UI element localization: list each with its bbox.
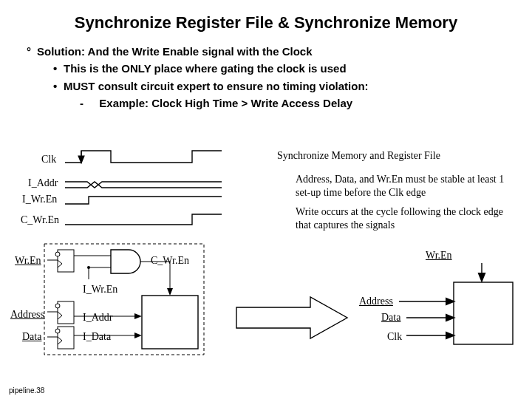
svg-point-0	[55, 252, 60, 256]
diagram-stage: Clk I_Addr I_Wr.En C_Wr.En Synchronize M…	[0, 140, 532, 384]
slide-footer: pipeline.38	[9, 386, 44, 395]
wave-iaddr	[65, 182, 222, 188]
svg-point-5	[87, 266, 90, 269]
wave-clk	[65, 151, 222, 163]
bullet-2b: MUST consult circuit expert to ensure no…	[64, 80, 369, 92]
bullet-list: °Solution: And the Write Enable signal w…	[22, 43, 510, 112]
svg-point-9	[55, 329, 60, 333]
diagram-svg	[0, 140, 532, 384]
slide-title: Synchronize Register File & Synchronize …	[22, 13, 510, 33]
wave-cwren	[65, 214, 222, 225]
latch-wren	[58, 250, 74, 272]
bullet-1: Solution: And the Write Enable signal wi…	[37, 45, 313, 58]
bullet-3: Example: Clock High Time > Write Access …	[99, 97, 352, 109]
latch-addr	[58, 301, 74, 324]
and-gate	[111, 250, 140, 273]
big-arrow-icon	[236, 297, 347, 338]
wave-iwren	[65, 197, 222, 204]
latch-data	[58, 327, 74, 349]
bullet-2a: This is the ONLY place where gating the …	[64, 62, 347, 75]
regfile-box-left	[142, 296, 198, 349]
regfile-box-right	[454, 282, 513, 344]
svg-point-6	[55, 304, 60, 308]
